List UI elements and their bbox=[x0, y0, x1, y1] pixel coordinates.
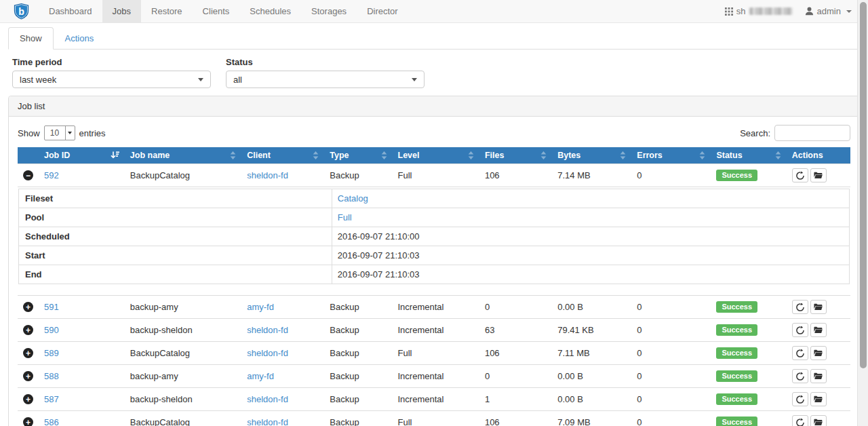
rerun-icon bbox=[796, 419, 804, 426]
nav-item-jobs[interactable]: Jobs bbox=[102, 0, 141, 22]
actions-cell bbox=[787, 319, 850, 342]
user-dropdown[interactable]: admin bbox=[805, 6, 852, 16]
nav-item-schedules[interactable]: Schedules bbox=[239, 0, 301, 22]
client-cell: amy-fd bbox=[241, 365, 324, 388]
tab-show[interactable]: Show bbox=[8, 27, 54, 50]
job-log-button[interactable] bbox=[810, 168, 827, 182]
host-link[interactable]: sh bbox=[725, 6, 793, 16]
job-log-button[interactable] bbox=[810, 300, 827, 314]
detail-label: Start bbox=[19, 246, 332, 265]
status-select[interactable]: all bbox=[226, 71, 425, 88]
nav-item-clients[interactable]: Clients bbox=[193, 0, 240, 22]
job-log-button[interactable] bbox=[810, 369, 827, 383]
rerun-button[interactable] bbox=[792, 168, 808, 182]
column-client[interactable]: Client bbox=[241, 147, 324, 164]
rerun-button[interactable] bbox=[792, 369, 808, 383]
job-id-link[interactable]: 587 bbox=[44, 394, 59, 404]
scrollbar-thumb[interactable] bbox=[860, 2, 867, 368]
client-link[interactable]: sheldon-fd bbox=[247, 417, 288, 426]
search-input[interactable] bbox=[774, 125, 850, 141]
job-log-button[interactable] bbox=[810, 415, 827, 426]
client-link[interactable]: sheldon-fd bbox=[247, 325, 288, 335]
nav-item-storages[interactable]: Storages bbox=[301, 0, 357, 22]
sort-icon bbox=[620, 151, 626, 159]
detail-value-link[interactable]: Catalog bbox=[338, 193, 368, 204]
expand-row-icon[interactable]: + bbox=[23, 325, 33, 335]
detail-row: Scheduled2016-09-07 21:10:00 bbox=[19, 227, 850, 246]
detail-value-link[interactable]: Full bbox=[338, 212, 352, 222]
column-label: Client bbox=[247, 151, 271, 160]
show-label: Show bbox=[18, 128, 40, 138]
type-cell: Backup bbox=[324, 388, 392, 411]
sort-icon bbox=[540, 151, 547, 159]
job-log-button[interactable] bbox=[810, 346, 827, 360]
client-link[interactable]: amy-fd bbox=[247, 371, 274, 381]
client-link[interactable]: sheldon-fd bbox=[247, 394, 288, 404]
time-period-select[interactable]: last week bbox=[12, 71, 211, 88]
column-files[interactable]: Files bbox=[479, 147, 552, 164]
expand-row-icon[interactable]: + bbox=[23, 417, 33, 426]
tab-actions[interactable]: Actions bbox=[54, 27, 106, 50]
detail-label: Pool bbox=[19, 208, 332, 227]
actions-cell bbox=[787, 296, 850, 319]
rerun-button[interactable] bbox=[792, 346, 808, 360]
detail-row: End2016-09-07 21:10:03 bbox=[19, 265, 850, 284]
client-link[interactable]: sheldon-fd bbox=[247, 348, 288, 358]
job-log-button[interactable] bbox=[810, 392, 827, 406]
nav-item-dashboard[interactable]: Dashboard bbox=[39, 0, 102, 22]
job-id-link[interactable]: 588 bbox=[44, 371, 59, 381]
job-id-link[interactable]: 590 bbox=[44, 325, 59, 335]
detail-row: PoolFull bbox=[19, 208, 850, 227]
status-badge: Success bbox=[716, 417, 757, 426]
bytes-cell: 0.00 B bbox=[552, 388, 631, 411]
errors-cell: 0 bbox=[631, 164, 711, 187]
column-type[interactable]: Type bbox=[324, 147, 392, 164]
client-link[interactable]: amy-fd bbox=[247, 302, 274, 312]
chevron-down-icon bbox=[65, 126, 75, 140]
time-period-value: last week bbox=[20, 75, 56, 85]
expand-row-icon[interactable]: + bbox=[23, 302, 33, 312]
files-cell: 0 bbox=[479, 365, 552, 388]
column-label: Bytes bbox=[557, 151, 580, 160]
column-bytes[interactable]: Bytes bbox=[552, 147, 631, 164]
log-folder-icon bbox=[814, 326, 823, 334]
type-cell: Backup bbox=[324, 296, 392, 319]
job-row: +587backup-sheldonsheldon-fdBackupIncrem… bbox=[18, 388, 850, 411]
job-id-cell: 586 bbox=[39, 411, 125, 426]
client-link[interactable]: sheldon-fd bbox=[247, 170, 288, 180]
job-id-link[interactable]: 586 bbox=[44, 417, 59, 426]
expand-row-icon[interactable]: + bbox=[23, 348, 33, 358]
bareos-logo[interactable]: b bbox=[0, 0, 39, 22]
job-log-button[interactable] bbox=[810, 323, 827, 337]
column-job-id[interactable]: Job ID bbox=[39, 147, 125, 164]
job-row: −592BackupCatalogsheldon-fdBackupFull106… bbox=[18, 164, 850, 187]
job-id-link[interactable]: 589 bbox=[44, 348, 59, 358]
rerun-button[interactable] bbox=[792, 392, 808, 406]
level-cell: Full bbox=[393, 342, 479, 365]
column-errors[interactable]: Errors bbox=[631, 147, 711, 164]
column-label: Job ID bbox=[44, 151, 70, 160]
rerun-button[interactable] bbox=[792, 300, 808, 314]
level-cell: Incremental bbox=[393, 319, 479, 342]
expand-row-icon[interactable]: + bbox=[23, 394, 33, 404]
column-actions[interactable]: Actions bbox=[787, 147, 850, 164]
rerun-button[interactable] bbox=[792, 415, 808, 426]
job-name-cell: backup-amy bbox=[125, 365, 241, 388]
files-cell: 1 bbox=[479, 388, 552, 411]
column-level[interactable]: Level bbox=[393, 147, 479, 164]
host-name-prefix: sh bbox=[736, 6, 746, 16]
job-id-link[interactable]: 591 bbox=[44, 302, 59, 312]
page-size-select[interactable]: 10 bbox=[44, 125, 75, 140]
job-name-cell: backup-amy bbox=[125, 296, 241, 319]
nav-item-restore[interactable]: Restore bbox=[141, 0, 193, 22]
column-status[interactable]: Status bbox=[711, 147, 786, 164]
client-cell: sheldon-fd bbox=[241, 342, 324, 365]
job-name-cell: BackupCatalog bbox=[125, 342, 241, 365]
nav-item-director[interactable]: Director bbox=[357, 0, 408, 22]
collapse-row-icon[interactable]: − bbox=[23, 170, 33, 180]
expand-row-icon[interactable]: + bbox=[23, 371, 33, 381]
sort-icon bbox=[775, 151, 781, 159]
column-job-name[interactable]: Job name bbox=[125, 147, 241, 164]
rerun-button[interactable] bbox=[792, 323, 808, 337]
job-id-link[interactable]: 592 bbox=[44, 170, 59, 180]
